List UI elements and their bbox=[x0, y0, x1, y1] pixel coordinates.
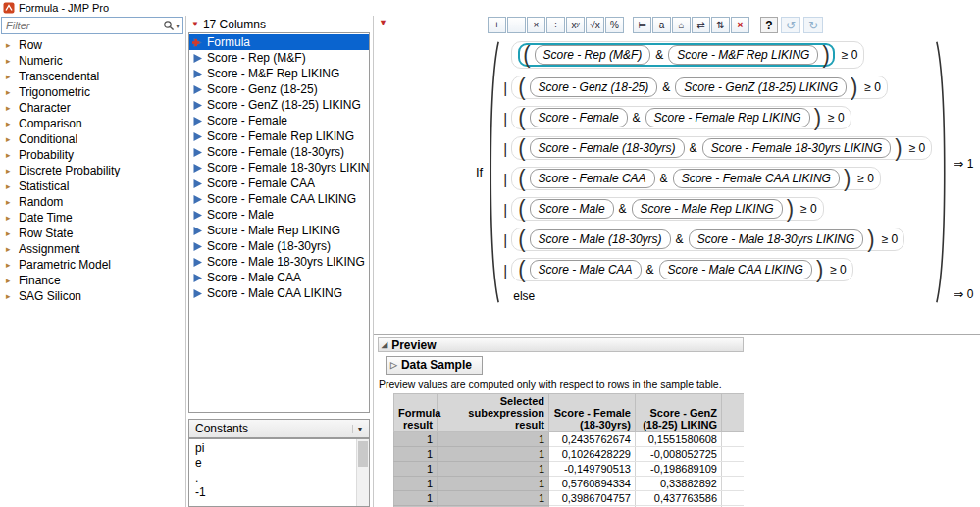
formula-canvas[interactable]: If |(Score - Rep (M&F)&Score - M&F Rep L… bbox=[374, 33, 980, 334]
else-result[interactable]: ⇒ 0 bbox=[954, 287, 973, 301]
undo-button[interactable]: ↺ bbox=[781, 17, 800, 33]
and-group[interactable]: (Score - Male (18-30yrs)&Score - Male 18… bbox=[518, 229, 874, 249]
comparison-operator[interactable]: ≥ 0 bbox=[882, 232, 899, 246]
local-variable-button[interactable]: ⊨ bbox=[633, 17, 651, 33]
insert-multiply-button[interactable]: × bbox=[527, 17, 545, 33]
comparison-operator[interactable]: ≥ 0 bbox=[864, 80, 881, 94]
constants-scrollbar[interactable] bbox=[356, 439, 369, 506]
function-category-statistical[interactable]: ▸Statistical bbox=[0, 178, 184, 194]
and-group[interactable]: (Score - Rep (M&F)&Score - M&F Rep LIKIN… bbox=[518, 43, 835, 67]
function-category-date-time[interactable]: ▸Date Time bbox=[0, 210, 184, 226]
insert-divide-button[interactable]: ÷ bbox=[546, 17, 565, 33]
help-button[interactable]: ? bbox=[760, 17, 778, 33]
comparison-operator[interactable]: ≥ 0 bbox=[830, 263, 847, 277]
function-category-numeric[interactable]: ▸Numeric bbox=[0, 53, 184, 69]
comparison-operator[interactable]: ≥ 0 bbox=[857, 172, 874, 185]
insert-power-button[interactable]: xʸ bbox=[566, 17, 585, 33]
function-category-character[interactable]: ▸Character bbox=[0, 100, 184, 116]
formula-red-triangle-icon[interactable]: ▼ bbox=[379, 19, 387, 27]
column-item-score-male-18-30yrs-liking[interactable]: Score - Male 18-30yrs LIKING bbox=[189, 254, 369, 270]
function-category-comparison[interactable]: ▸Comparison bbox=[0, 116, 184, 131]
column-term[interactable]: Score - Male CAA bbox=[530, 260, 642, 279]
and-group[interactable]: (Score - Male CAA&Score - Male CAA LIKIN… bbox=[518, 260, 823, 279]
column-term[interactable]: Score - Female (18-30yrs) bbox=[530, 138, 685, 158]
column-term[interactable]: Score - Female Rep LIKING bbox=[645, 108, 810, 127]
constant-1[interactable]: -1 bbox=[189, 484, 355, 499]
comparison-operator[interactable]: ≥ 0 bbox=[828, 111, 845, 125]
column-item-score-female-caa-liking[interactable]: Score - Female CAA LIKING bbox=[189, 191, 369, 207]
comparison-operator[interactable]: ≥ 0 bbox=[842, 48, 858, 62]
and-group[interactable]: (Score - Female CAA&Score - Female CAA L… bbox=[518, 169, 851, 188]
column-item-score-female[interactable]: Score - Female bbox=[189, 113, 369, 128]
constant-item[interactable]: . bbox=[189, 470, 355, 484]
and-group[interactable]: (Score - Genz (18-25)&Score - GenZ (18-2… bbox=[518, 77, 857, 97]
column-item-score-male-caa[interactable]: Score - Male CAA bbox=[189, 270, 369, 285]
column-item-formula[interactable]: Formula bbox=[189, 34, 369, 50]
scrollbar-thumb[interactable] bbox=[358, 441, 368, 467]
column-item-score-female-caa[interactable]: Score - Female CAA bbox=[189, 176, 369, 191]
column-term[interactable]: Score - Female CAA bbox=[530, 169, 655, 188]
then-result[interactable]: ⇒ 1 bbox=[954, 157, 973, 171]
column-item-score-rep-m-f[interactable]: Score - Rep (M&F) bbox=[189, 50, 369, 66]
column-term[interactable]: Score - Rep (M&F) bbox=[535, 45, 651, 65]
and-group[interactable]: (Score - Female&Score - Female Rep LIKIN… bbox=[518, 108, 821, 127]
and-group[interactable]: (Score - Male&Score - Male Rep LIKING) bbox=[518, 199, 794, 219]
constants-dropdown[interactable]: Constants ▾ bbox=[188, 419, 370, 438]
column-item-score-genz-18-25[interactable]: Score - Genz (18-25) bbox=[189, 81, 369, 97]
column-term[interactable]: Score - Female 18-30yrs LIKING bbox=[702, 138, 892, 158]
function-category-probability[interactable]: ▸Probability bbox=[0, 147, 184, 163]
column-term[interactable]: Score - Male Rep LIKING bbox=[632, 199, 783, 219]
insert-plus-button[interactable]: + bbox=[488, 17, 506, 33]
function-category-random[interactable]: ▸Random bbox=[0, 194, 184, 210]
insert-root-button[interactable]: √x bbox=[586, 17, 604, 33]
function-category-conditional[interactable]: ▸Conditional bbox=[0, 131, 184, 147]
preview-header[interactable]: ◢ Preview bbox=[378, 337, 744, 352]
constant-pi[interactable]: pi bbox=[189, 440, 355, 455]
comparison-operator[interactable]: ≥ 0 bbox=[909, 141, 926, 155]
column-item-score-male[interactable]: Score - Male bbox=[189, 207, 369, 223]
insert-minus-button[interactable]: − bbox=[507, 17, 526, 33]
else-keyword[interactable]: else bbox=[513, 289, 535, 303]
if-keyword[interactable]: If bbox=[476, 165, 483, 179]
filter-dropdown-icon[interactable]: ▾ bbox=[175, 22, 182, 30]
columns-red-triangle-icon[interactable]: ▼ bbox=[191, 21, 199, 28]
column-term[interactable]: Score - Male CAA LIKING bbox=[659, 260, 812, 279]
column-term[interactable]: Score - Female bbox=[530, 108, 628, 127]
column-item-score-male-18-30yrs[interactable]: Score - Male (18-30yrs) bbox=[189, 238, 369, 254]
filter-input[interactable] bbox=[2, 20, 163, 31]
column-term[interactable]: Score - M&F Rep LIKING bbox=[668, 45, 818, 65]
redo-button[interactable]: ↻ bbox=[803, 17, 823, 33]
home-button[interactable]: ⌂ bbox=[672, 17, 691, 33]
comparison-operator[interactable]: ≥ 0 bbox=[800, 202, 817, 216]
column-term[interactable]: Score - Male (18-30yrs) bbox=[530, 229, 671, 249]
column-term[interactable]: Score - Male 18-30yrs LIKING bbox=[689, 229, 864, 249]
column-item-score-genz-18-25-liking[interactable]: Score - GenZ (18-25) LIKING bbox=[189, 97, 369, 113]
and-group[interactable]: (Score - Female (18-30yrs)&Score - Femal… bbox=[518, 138, 902, 158]
function-category-trigonometric[interactable]: ▸Trigonometric bbox=[0, 84, 184, 100]
switch-terms-button[interactable]: ⇄ bbox=[692, 17, 710, 33]
constant-e[interactable]: e bbox=[189, 455, 355, 470]
column-term[interactable]: Score - Male bbox=[530, 199, 614, 219]
column-item-score-m-f-rep-liking[interactable]: Score - M&F Rep LIKING bbox=[189, 66, 369, 81]
function-category-discrete-probability[interactable]: ▸Discrete Probability bbox=[0, 163, 184, 178]
column-item-score-male-caa-liking[interactable]: Score - Male CAA LIKING bbox=[189, 285, 369, 301]
swap-terms-button[interactable]: ⇅ bbox=[711, 17, 730, 33]
function-category-row[interactable]: ▸Row bbox=[0, 37, 184, 53]
insert-percent-button[interactable]: % bbox=[605, 17, 624, 33]
function-category-finance[interactable]: ▸Finance bbox=[0, 273, 184, 288]
column-term[interactable]: Score - Genz (18-25) bbox=[530, 77, 658, 97]
column-term[interactable]: Score - GenZ (18-25) LIKING bbox=[675, 77, 847, 97]
function-category-parametric-model[interactable]: ▸Parametric Model bbox=[0, 257, 184, 273]
column-term[interactable]: Score - Female CAA LIKING bbox=[673, 169, 840, 188]
function-category-row-state[interactable]: ▸Row State bbox=[0, 226, 184, 241]
edit-text-button[interactable]: a bbox=[652, 17, 671, 33]
column-item-score-female-18-30yrs[interactable]: Score - Female (18-30yrs) bbox=[189, 144, 369, 160]
column-item-score-female-18-30yrs-liking[interactable]: Score - Female 18-30yrs LIKING bbox=[189, 160, 369, 176]
function-category-assignment[interactable]: ▸Assignment bbox=[0, 241, 184, 257]
function-category-transcendental[interactable]: ▸Transcendental bbox=[0, 69, 184, 84]
delete-expression-button[interactable]: × bbox=[731, 17, 749, 33]
search-icon[interactable] bbox=[163, 20, 175, 31]
data-sample-button[interactable]: ▷ Data Sample bbox=[386, 356, 483, 375]
column-item-score-male-rep-liking[interactable]: Score - Male Rep LIKING bbox=[189, 223, 369, 238]
column-item-score-female-rep-liking[interactable]: Score - Female Rep LIKING bbox=[189, 128, 369, 144]
